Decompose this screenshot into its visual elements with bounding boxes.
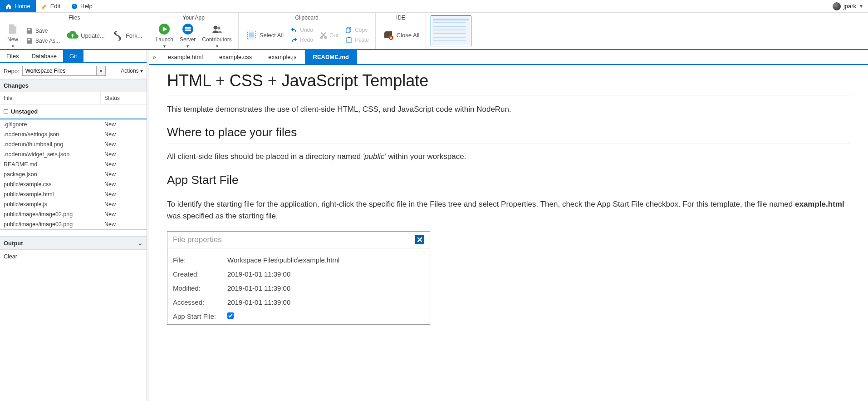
prop-row-created: Created:2019-01-01 11:39:00 (173, 267, 424, 281)
cloud-upload-icon (66, 30, 79, 42)
file-name: public/images/image03.png (0, 219, 101, 229)
editor-tab[interactable]: example.html (160, 50, 211, 64)
file-row[interactable]: .noderun/settings.jsonNew (0, 129, 147, 139)
launch-button[interactable]: Launch ▾ (153, 22, 176, 50)
repo-select[interactable]: ▾ (22, 66, 106, 76)
repo-input[interactable] (23, 66, 96, 75)
label: Save As... (35, 38, 60, 44)
app-start-checkbox[interactable] (227, 312, 234, 319)
label: Undo (300, 27, 313, 33)
sidebar-tab-database[interactable]: Database (25, 50, 63, 62)
file-row[interactable]: public/example.htmlNew (0, 189, 147, 199)
editor-tab[interactable]: example.js (260, 50, 304, 64)
contributors-button[interactable]: Contributors ▾ (199, 22, 234, 50)
file-name: public/example.html (0, 189, 101, 199)
file-row[interactable]: public/example.jsNew (0, 199, 147, 209)
menu-home[interactable]: Home (0, 0, 36, 12)
doc-p2: All client-side files should be placed i… (167, 151, 850, 163)
menu-edit[interactable]: Edit (36, 0, 66, 12)
svg-rect-15 (348, 37, 350, 38)
pencil-icon (41, 3, 48, 10)
unstaged-header[interactable]: Unstaged (0, 104, 147, 119)
file-status: New (101, 119, 147, 129)
file-name: .noderun/thumbnail.png (0, 139, 101, 149)
file-row[interactable]: public/images/image03.pngNew (0, 219, 147, 229)
file-name: package.json (0, 169, 101, 179)
fork-button[interactable]: Fork... (108, 28, 145, 44)
update-button[interactable]: Update... (64, 28, 108, 44)
col-file: File (0, 92, 101, 104)
unstaged-file-list: .gitignoreNew.noderun/settings.jsonNew.n… (0, 119, 147, 230)
actions-dropdown[interactable]: Actions ▾ (121, 68, 143, 74)
sidebar-tabs: Files Database Git (0, 50, 147, 63)
label: New (7, 36, 18, 43)
value: 2019-01-01 11:39:00 (227, 270, 290, 278)
label: Launch (156, 36, 173, 43)
svg-point-7 (217, 27, 221, 30)
file-name: .noderun/widget_sets.json (0, 149, 101, 159)
undo-button[interactable]: Undo (287, 25, 316, 35)
value: 2019-01-01 11:39:00 (227, 284, 290, 292)
dialog-titlebar: File properties ✕ (167, 232, 430, 248)
file-row[interactable]: .noderun/thumbnail.pngNew (0, 139, 147, 149)
label: Fork... (126, 32, 142, 39)
sidebar-tab-files[interactable]: Files (0, 50, 25, 62)
prop-row-accessed: Accessed:2019-01-01 11:39:00 (173, 295, 424, 309)
server-button[interactable]: Server ▾ (177, 22, 198, 50)
ribbon-group-title: IDE (379, 13, 422, 22)
label: Save (35, 28, 48, 34)
editor-viewport[interactable]: HTML + CSS + JavaScript Template This te… (149, 65, 868, 401)
output-header[interactable]: Output ⌄ (0, 236, 147, 250)
save-button[interactable]: Save (23, 26, 63, 36)
file-row[interactable]: README.mdNew (0, 159, 147, 169)
file-status: New (101, 189, 147, 199)
save-as-button[interactable]: Save As... (23, 36, 63, 46)
close-icon[interactable]: ✕ (415, 235, 424, 244)
server-icon (181, 23, 194, 35)
file-name: public/example.css (0, 179, 101, 189)
new-file-icon (6, 23, 19, 35)
file-row[interactable]: public/example.cssNew (0, 179, 147, 189)
avatar (833, 2, 841, 10)
label: App Start File: (173, 312, 227, 320)
editor-tab[interactable]: README.md (305, 50, 357, 64)
play-icon (158, 23, 171, 35)
unstaged-label: Unstaged (11, 108, 38, 115)
changes-header: Changes (0, 79, 147, 92)
repo-label: Repo: (4, 68, 20, 74)
file-row[interactable]: .gitignoreNew (0, 119, 147, 129)
home-icon (5, 3, 12, 10)
svg-rect-2 (28, 29, 30, 30)
collapse-icon (4, 109, 8, 114)
save-icon (25, 27, 34, 35)
text: was specified as the starting file. (167, 212, 278, 220)
ribbon-group-app: Your App Launch ▾ Server ▾ Contributors … (149, 13, 239, 49)
user-menu[interactable]: jpark ▼ (828, 0, 868, 12)
clear-button[interactable]: Clear (4, 253, 17, 260)
sidebar-tab-git[interactable]: Git (63, 50, 83, 62)
expand-sidebar-icon[interactable]: » (149, 52, 160, 63)
cut-button[interactable]: Cut (317, 29, 341, 41)
close-all-icon (382, 29, 395, 41)
chevron-down-icon[interactable]: ▾ (96, 66, 105, 75)
file-row[interactable]: public/images/image02.pngNew (0, 209, 147, 219)
file-status: New (101, 199, 147, 209)
svg-text:?: ? (74, 4, 76, 9)
file-row[interactable]: .noderun/widget_sets.jsonNew (0, 149, 147, 159)
file-name: public/example.js (0, 199, 101, 209)
minimap-preview[interactable] (431, 15, 471, 46)
label: Accessed: (173, 298, 227, 306)
close-all-button[interactable]: Close All (379, 27, 422, 43)
file-status: New (101, 169, 147, 179)
new-button[interactable]: New ▾ (4, 22, 22, 50)
file-row[interactable]: package.jsonNew (0, 169, 147, 179)
undo-icon (290, 26, 298, 34)
redo-button[interactable]: Redo (287, 35, 316, 45)
value: 2019-01-01 11:39:00 (227, 298, 290, 306)
file-status: New (101, 129, 147, 139)
editor-tab[interactable]: example.css (211, 50, 260, 64)
copy-button[interactable]: Copy (342, 25, 372, 35)
menu-help[interactable]: ? Help (66, 0, 98, 12)
select-all-button[interactable]: Select All (242, 27, 286, 43)
paste-button[interactable]: Paste (342, 35, 372, 45)
